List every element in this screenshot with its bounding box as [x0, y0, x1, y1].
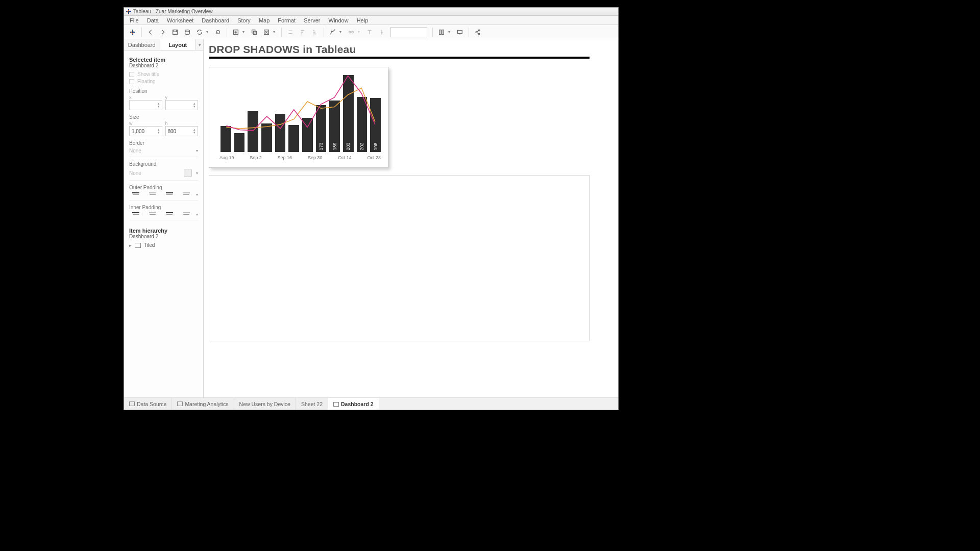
fit-select[interactable]: [390, 27, 427, 37]
new-dashboard-button[interactable]: [393, 398, 406, 410]
tableau-logo-icon: [126, 9, 131, 14]
line-magenta: [226, 76, 375, 131]
hierarchy-header: Item hierarchy: [129, 228, 198, 234]
pin-icon: [376, 27, 387, 38]
size-label: Size: [129, 114, 198, 120]
tab-dashboard[interactable]: Dashboard: [124, 39, 160, 50]
main-area: Dashboard Layout ▾ Selected item Dashboa…: [124, 39, 618, 397]
svg-point-6: [349, 31, 351, 33]
new-worksheet-icon[interactable]: [230, 27, 241, 38]
data-source-icon: [129, 402, 135, 406]
svg-point-7: [352, 31, 354, 33]
share-icon[interactable]: [472, 27, 483, 38]
size-w-input[interactable]: 1,000▴▾: [129, 126, 162, 136]
clear-icon[interactable]: [261, 27, 272, 38]
dashboard-icon: [177, 402, 183, 406]
menu-data[interactable]: Data: [143, 16, 162, 24]
background-select[interactable]: None ▾: [129, 169, 198, 181]
border-label: Border: [129, 140, 198, 146]
x-tick: Sep 16: [278, 155, 292, 160]
svg-rect-8: [439, 30, 442, 34]
container-icon: [135, 243, 141, 248]
page-title: DROP SHADOWS in Tableau: [209, 43, 612, 56]
title-bar: Tableau - Zuar Marketing Overview: [124, 8, 618, 16]
new-story-button[interactable]: [406, 398, 419, 410]
tab-sheet22[interactable]: Sheet 22: [296, 398, 328, 410]
background-label: Background: [129, 161, 198, 167]
menu-window[interactable]: Window: [325, 16, 352, 24]
menu-help[interactable]: Help: [353, 16, 372, 24]
menu-server[interactable]: Server: [300, 16, 324, 24]
background-swatch-icon: [184, 169, 192, 177]
chart-card[interactable]: 173189283202198 Aug 19Sep 2Sep 16Sep 30O…: [209, 67, 388, 168]
menu-map[interactable]: Map: [255, 16, 273, 24]
line-orange: [226, 88, 375, 129]
dashboard-icon: [333, 402, 339, 407]
svg-rect-9: [442, 30, 444, 34]
tab-data-source[interactable]: Data Source: [124, 398, 172, 410]
floating-checkbox[interactable]: Floating: [129, 79, 198, 84]
menu-file[interactable]: File: [126, 16, 142, 24]
x-tick: Aug 19: [219, 155, 234, 160]
panel-menu-icon[interactable]: ▾: [196, 39, 203, 50]
menu-bar: File Data Worksheet Dashboard Story Map …: [124, 16, 618, 25]
refresh-icon[interactable]: [212, 27, 224, 38]
hierarchy-item-tiled[interactable]: ▸ Tiled: [129, 242, 198, 248]
save-icon[interactable]: [169, 27, 181, 38]
dropdown-icon[interactable]: ▾: [448, 30, 453, 34]
size-h-input[interactable]: 800▴▾: [165, 126, 199, 136]
chevron-right-icon: ▸: [129, 243, 132, 248]
menu-worksheet[interactable]: Worksheet: [163, 16, 197, 24]
new-worksheet-button[interactable]: [379, 398, 393, 410]
position-y-input[interactable]: ▴▾: [165, 100, 199, 110]
back-icon[interactable]: [145, 27, 156, 38]
svg-point-1: [185, 30, 190, 32]
tab-marketing-analytics[interactable]: Mareting Analytics: [172, 398, 234, 410]
window-title: Tableau - Zuar Marketing Overview: [133, 9, 213, 14]
tab-dashboard2[interactable]: Dashboard 2: [328, 398, 379, 410]
sort-asc-icon: [297, 27, 308, 38]
tab-layout[interactable]: Layout: [160, 39, 197, 50]
inner-padding-label: Inner Padding: [129, 205, 198, 210]
sheet-tab-bar: Data Source Mareting Analytics New Users…: [124, 397, 618, 410]
empty-container[interactable]: [209, 175, 590, 341]
group-icon: [346, 27, 357, 38]
x-tick: Oct 28: [367, 155, 381, 160]
x-tick: Sep 2: [250, 155, 262, 160]
duplicate-icon[interactable]: [249, 27, 260, 38]
border-select[interactable]: None ▾: [129, 148, 198, 157]
outer-padding-control[interactable]: ▾: [129, 192, 198, 201]
dropdown-icon[interactable]: ▾: [273, 30, 278, 34]
menu-story[interactable]: Story: [234, 16, 254, 24]
dashboard-canvas[interactable]: DROP SHADOWS in Tableau 173189283202198 …: [204, 39, 618, 397]
dropdown-icon[interactable]: ▾: [339, 30, 345, 34]
text-icon: [364, 27, 375, 38]
position-label: Position: [129, 88, 198, 94]
dropdown-icon[interactable]: ▾: [242, 30, 248, 34]
highlight-icon[interactable]: [327, 27, 338, 38]
tab-new-users[interactable]: New Users by Device: [234, 398, 296, 410]
selected-item-header: Selected item: [129, 57, 198, 63]
presentation-icon[interactable]: [454, 27, 465, 38]
dropdown-icon[interactable]: ▾: [206, 30, 211, 34]
app-window: Tableau - Zuar Marketing Overview File D…: [124, 7, 619, 410]
swap-icon: [285, 27, 296, 38]
outer-padding-label: Outer Padding: [129, 185, 198, 190]
menu-format[interactable]: Format: [274, 16, 299, 24]
show-cards-icon[interactable]: [436, 27, 447, 38]
inner-padding-control[interactable]: ▾: [129, 212, 198, 220]
x-tick: Sep 30: [308, 155, 323, 160]
menu-dashboard[interactable]: Dashboard: [198, 16, 233, 24]
hierarchy-root: Dashboard 2: [129, 234, 198, 239]
show-title-checkbox[interactable]: Show title: [129, 71, 198, 77]
position-x-input[interactable]: ▴▾: [129, 100, 162, 110]
auto-update-icon[interactable]: [194, 27, 205, 38]
svg-rect-10: [458, 30, 462, 33]
new-data-icon[interactable]: [182, 27, 193, 38]
side-panel: Dashboard Layout ▾ Selected item Dashboa…: [124, 39, 204, 397]
tableau-icon[interactable]: [127, 27, 138, 38]
forward-icon[interactable]: [157, 27, 168, 38]
dropdown-icon: ▾: [358, 30, 363, 34]
selected-item-value: Dashboard 2: [129, 63, 198, 68]
title-underline: [209, 57, 590, 59]
